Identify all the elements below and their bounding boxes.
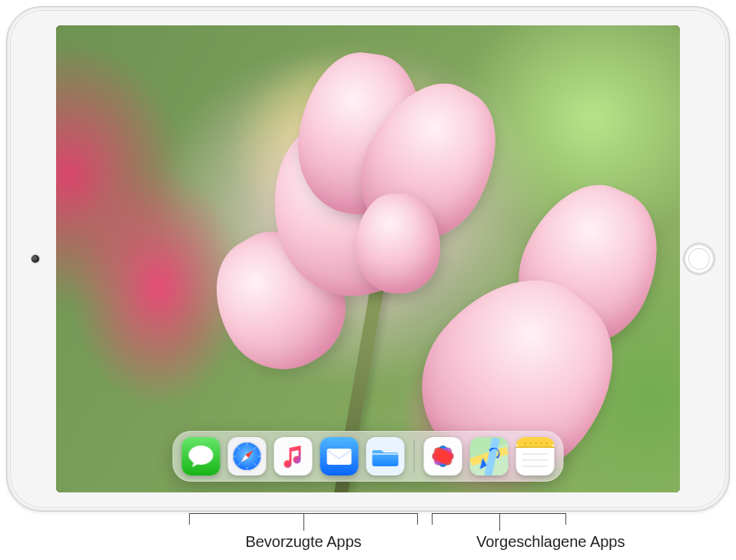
messages-icon (182, 437, 220, 476)
svg-rect-18 (373, 453, 399, 455)
svg-point-44 (546, 442, 548, 444)
svg-point-43 (541, 442, 542, 444)
bracket-suggested (432, 513, 566, 525)
svg-rect-16 (327, 449, 352, 465)
app-notes[interactable] (516, 437, 555, 476)
safari-icon (228, 437, 267, 476)
svg-point-41 (530, 442, 532, 444)
app-music[interactable] (274, 437, 313, 476)
home-button[interactable] (683, 243, 715, 275)
wallpaper-flower (56, 25, 680, 492)
app-messages[interactable] (182, 437, 220, 476)
figure: Bevorzugte Apps Vorgeschlagene Apps (0, 0, 736, 560)
svg-point-42 (535, 442, 537, 444)
svg-rect-36 (516, 446, 555, 448)
dock-suggested (424, 437, 555, 476)
label-favorites: Bevorzugte Apps (131, 533, 476, 551)
app-maps[interactable] (470, 437, 509, 476)
label-suggested: Vorgeschlagene Apps (476, 533, 625, 551)
app-safari[interactable] (228, 437, 267, 476)
dock-separator (414, 439, 415, 473)
mail-icon (320, 437, 359, 476)
notes-icon (516, 437, 555, 476)
dock-favorites (182, 437, 405, 476)
svg-point-40 (525, 442, 526, 444)
files-icon (366, 437, 405, 476)
photos-icon (424, 437, 462, 476)
screen[interactable] (56, 25, 680, 492)
dock (173, 431, 564, 482)
callouts: Bevorzugte Apps Vorgeschlagene Apps (0, 512, 736, 560)
app-files[interactable] (366, 437, 405, 476)
maps-icon (470, 437, 509, 476)
app-mail[interactable] (320, 437, 359, 476)
music-icon (274, 437, 313, 476)
bracket-favorites (189, 513, 418, 525)
app-photos[interactable] (424, 437, 462, 476)
svg-rect-35 (516, 437, 555, 448)
ipad-frame (6, 6, 730, 512)
svg-rect-14 (274, 437, 313, 476)
front-camera (31, 255, 39, 263)
